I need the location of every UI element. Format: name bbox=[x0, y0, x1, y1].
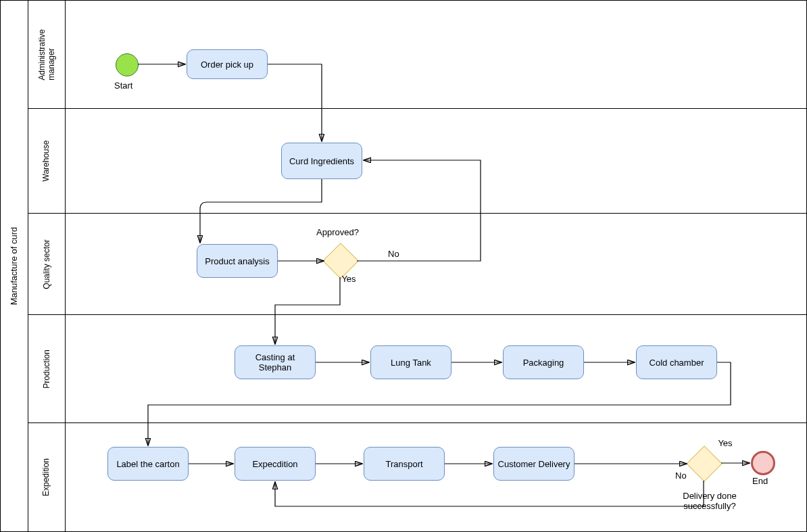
delivery-no-label: No bbox=[675, 470, 687, 481]
task-cold-chamber: Cold chamber bbox=[636, 345, 717, 379]
task-label-carton: Label the carton bbox=[107, 447, 189, 481]
approved-no-label: No bbox=[388, 249, 399, 259]
end-event bbox=[751, 451, 775, 475]
task-label-carton-label: Label the carton bbox=[116, 459, 179, 469]
task-packaging-label: Packaging bbox=[523, 358, 564, 368]
task-packaging: Packaging bbox=[503, 345, 584, 379]
lane-warehouse: Warehouse bbox=[28, 109, 806, 214]
lane-quality: Quality sector bbox=[28, 214, 806, 315]
approved-yes-label: Yes bbox=[341, 274, 356, 284]
lane-warehouse-label: Warehouse bbox=[42, 141, 51, 182]
lane-expedition-label: Expedition bbox=[42, 458, 51, 496]
lane-production-title: Production bbox=[28, 315, 66, 422]
pool-title-text: Manufacture of curd bbox=[9, 227, 20, 306]
task-customer-delivery: Customer Delivery bbox=[493, 447, 574, 481]
pool-title: Manufacture of curd bbox=[1, 1, 28, 531]
lane-admin-label: Administrative manager bbox=[37, 29, 56, 80]
task-product-analysis-label: Product analysis bbox=[205, 256, 269, 266]
delivery-yes-label: Yes bbox=[718, 439, 733, 448]
end-label: End bbox=[752, 476, 768, 486]
task-expedition: Expecdition bbox=[235, 447, 316, 481]
task-transport-label: Transport bbox=[385, 459, 422, 469]
task-casting-label: Casting at Stephan bbox=[238, 352, 312, 372]
gateway-approved-label: Approved? bbox=[316, 227, 359, 237]
task-customer-delivery-label: Customer Delivery bbox=[498, 459, 570, 469]
lane-expedition-title: Expedition bbox=[28, 423, 66, 531]
task-lung-tank-label: Lung Tank bbox=[391, 358, 431, 368]
task-curd-ingredients: Curd Ingredients bbox=[281, 143, 362, 179]
lane-quality-title: Quality sector bbox=[28, 214, 66, 314]
lane-quality-label: Quality sector bbox=[42, 239, 51, 289]
gateway-delivery-label: Delivery done successfully? bbox=[672, 491, 747, 511]
lane-admin: Administrative manager bbox=[28, 1, 806, 109]
task-cold-chamber-label: Cold chamber bbox=[650, 358, 704, 368]
lane-production-label: Production bbox=[42, 349, 51, 388]
task-expedition-label: Expecdition bbox=[252, 459, 297, 469]
lane-admin-title: Administrative manager bbox=[28, 1, 66, 108]
start-label: Start bbox=[114, 80, 132, 91]
task-transport: Transport bbox=[364, 447, 445, 481]
start-event bbox=[116, 53, 139, 76]
swimlane-diagram: Manufacture of curd Administrative manag… bbox=[0, 0, 807, 532]
lane-warehouse-title: Warehouse bbox=[28, 109, 66, 213]
task-curd-ingredients-label: Curd Ingredients bbox=[289, 156, 354, 166]
task-order-pickup-label: Order pick up bbox=[201, 59, 253, 70]
task-lung-tank: Lung Tank bbox=[370, 345, 451, 379]
task-order-pickup: Order pick up bbox=[187, 49, 268, 79]
task-product-analysis: Product analysis bbox=[197, 244, 278, 278]
task-casting: Casting at Stephan bbox=[235, 345, 316, 379]
